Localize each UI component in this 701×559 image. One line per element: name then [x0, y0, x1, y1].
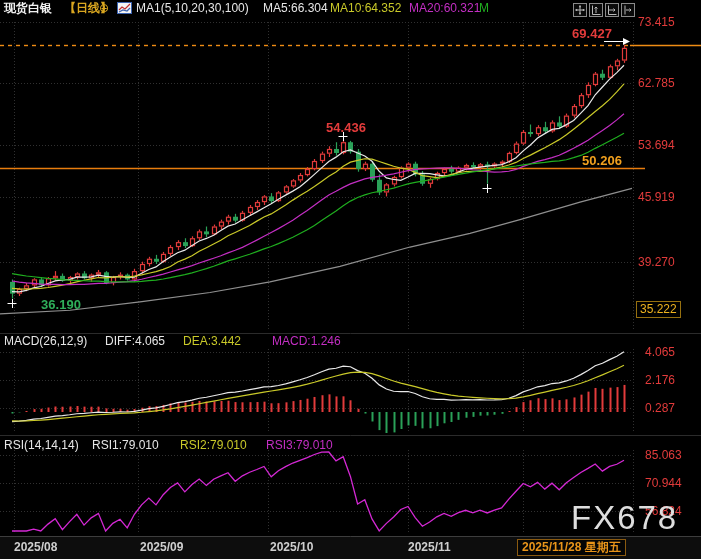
rsi-title: RSI(14,14,14) — [4, 438, 79, 452]
macd-dea-value: DEA:3.442 — [183, 334, 241, 348]
rsi1-value: RSI1:79.010 — [92, 438, 159, 452]
ma10-value-label: MA10:64.352 — [330, 1, 401, 16]
rsi3-value: RSI3:79.010 — [266, 438, 333, 452]
time-axis-label: 2025/10 — [270, 540, 313, 554]
ma5-value-label: MA5:66.304 — [263, 1, 328, 16]
price-axis-bottom-label: 35.222 — [636, 301, 681, 318]
pan-icon[interactable] — [573, 3, 587, 17]
price-axis-label: 45.919 — [638, 190, 675, 204]
macd-axis-label: 4.065 — [645, 345, 675, 359]
time-axis-label: 2025/11 — [408, 540, 451, 554]
rsi-axis-label: 85.063 — [645, 448, 682, 462]
chart-canvas[interactable] — [0, 0, 701, 559]
annotation-50206: 50.206 — [582, 153, 622, 168]
price-axis-label: 73.415 — [638, 15, 675, 29]
macd-title: MACD(26,12,9) — [4, 334, 87, 348]
price-axis-label: 39.270 — [638, 255, 675, 269]
annotation-69427: 69.427 — [572, 26, 612, 41]
chart-window: 现货白银 【日线】 ⊕ MA1(5,10,20,30,100) MA5:66.3… — [0, 0, 701, 559]
add-indicator-icon[interactable]: ⊕ — [99, 1, 109, 16]
rsi-axis-label: 70.944 — [645, 476, 682, 490]
chart-type-icon[interactable] — [117, 2, 132, 18]
x-axis-zoom-icon[interactable] — [605, 3, 619, 17]
ma20-value-label: MA20:60.321 — [409, 1, 480, 16]
rsi2-value: RSI2:79.010 — [180, 438, 247, 452]
macd-axis-label: 2.176 — [645, 373, 675, 387]
y-axis-zoom-icon[interactable] — [589, 3, 603, 17]
shift-right-icon[interactable] — [621, 3, 635, 17]
macd-header: MACD(26,12,9) DIFF:4.065 DEA:3.442 MACD:… — [0, 334, 701, 350]
time-axis-label: 2025/09 — [140, 540, 183, 554]
macd-diff-value: DIFF:4.065 — [105, 334, 165, 348]
rsi-header: RSI(14,14,14) RSI1:79.010 RSI2:79.010 RS… — [0, 438, 701, 454]
chart-toolbar — [573, 3, 635, 17]
annotation-54436: 54.436 — [326, 120, 366, 135]
time-axis-label: 2025/08 — [14, 540, 57, 554]
rsi-axis-label: 56.824 — [645, 504, 682, 518]
annotation-36190: 36.190 — [41, 297, 81, 312]
macd-axis-label: 0.287 — [645, 401, 675, 415]
ma-settings-label: MA1(5,10,20,30,100) — [136, 1, 249, 16]
time-axis-current-date: 2025/11/28 星期五 — [517, 539, 626, 556]
price-axis-label: 53.694 — [638, 138, 675, 152]
price-axis-label: 62.785 — [638, 76, 675, 90]
macd-hist-value: MACD:1.246 — [272, 334, 341, 348]
symbol-title: 现货白银 — [4, 1, 52, 16]
ma30-value-label: M — [479, 1, 489, 16]
